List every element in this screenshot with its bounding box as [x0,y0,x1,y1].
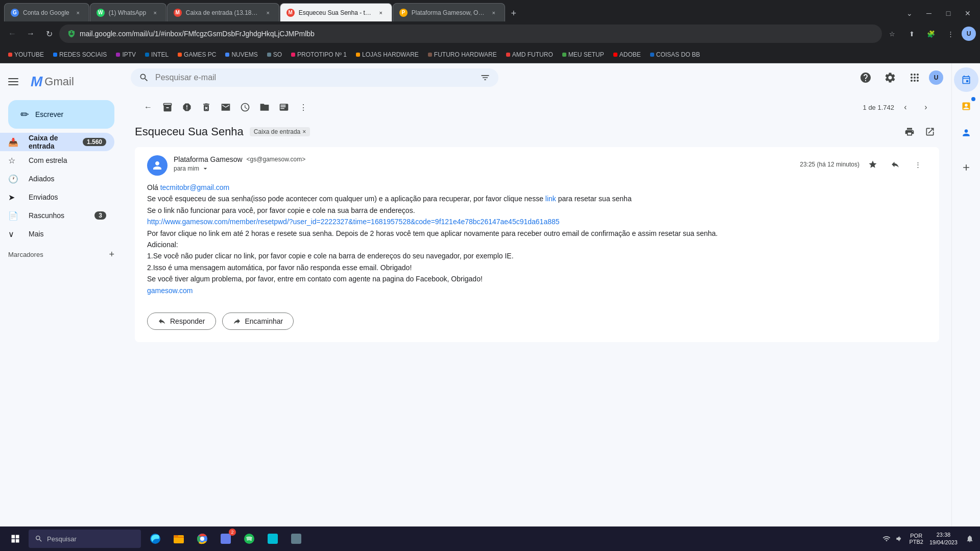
extensions-button[interactable]: 🧩 [923,26,939,42]
browser-menu-button[interactable]: ⋮ [942,26,959,42]
next-email-button[interactable]: › [917,98,935,116]
tab-close-whatsapp[interactable]: × [151,8,160,17]
back-to-inbox-button[interactable]: ← [139,98,157,116]
taskbar-edge-icon[interactable] [145,529,165,549]
sidebar-menu-toggle[interactable] [4,74,22,89]
open-in-new-window-button[interactable] [921,123,939,141]
taskbar-app4-icon[interactable]: 2 [216,529,236,549]
tab-label-inbox: Caixa de entrada (13.187) - math... [186,9,259,16]
tab-forgot-password[interactable]: M Esqueceu Sua Senha - tecmitobr... × [280,3,392,21]
email-link-to[interactable]: tecmitobr@gmail.com [160,183,230,191]
sidebar-item-snoozed[interactable]: 🕐 Adiados [0,170,114,188]
taskbar-spotify-icon[interactable] [239,529,259,549]
snooze-button[interactable] [236,98,254,116]
taskbar-app6-icon[interactable] [262,529,283,549]
archive-button[interactable] [158,98,177,116]
bookmark-youtube[interactable]: YOUTUBE [4,49,48,60]
taskbar-chrome-icon[interactable] [192,529,212,549]
tab-search-button[interactable]: ⌄ [901,5,918,21]
move-to-button[interactable] [255,98,274,116]
close-button[interactable]: ✕ [960,5,976,21]
tab-close-inbox[interactable]: × [264,8,273,17]
label-button[interactable] [275,98,293,116]
bookmark-nuvems[interactable]: NUVEMS [221,49,261,60]
reload-button[interactable]: ↻ [41,26,57,42]
bookmark-meusetup[interactable]: MEU SETUP [558,49,608,60]
taskbar-notification-button[interactable] [964,533,976,545]
reply-email-button[interactable] [886,155,904,174]
reply-button[interactable]: Responder [147,313,216,330]
print-button[interactable] [900,123,919,141]
bookmark-adobe[interactable]: ADOBE [609,49,645,60]
more-email-options-button[interactable]: ⋮ [909,155,927,174]
tab-close-forgot[interactable]: × [376,8,386,17]
compose-button[interactable]: ✏ Escrever [8,100,114,129]
taskbar-lang-code: POR [909,533,923,539]
bookmark-coisasbb[interactable]: COISAS DO BB [646,49,704,60]
bookmark-intel[interactable]: INTEL [141,49,173,60]
profile-avatar[interactable]: U [962,27,976,41]
taskbar-time: 23:38 [929,531,958,539]
forward-button[interactable]: → [22,26,39,42]
mark-unread-button[interactable] [217,98,235,116]
bookmark-lojas[interactable]: LOJAS HARDWARE [352,49,423,60]
bookmark-iptv[interactable]: IPTV [112,49,140,60]
inbox-tag[interactable]: Caixa de entrada × [250,127,310,136]
help-button[interactable] [855,67,876,88]
tab-close-gamesow[interactable]: × [489,8,498,17]
right-sidebar-calendar-button[interactable] [954,67,978,92]
star-email-button[interactable] [864,155,882,174]
tab-close-google[interactable]: × [74,8,83,17]
bookmark-amd[interactable]: AMD FUTURO [502,49,557,60]
taskbar-explorer-icon[interactable] [169,529,189,549]
sidebar-item-drafts[interactable]: 📄 Rascunhos 3 [0,206,114,225]
settings-button[interactable] [880,67,900,88]
share-button[interactable]: ⬆ [903,26,920,42]
bookmark-redes[interactable]: REDES SOCIAIS [49,49,111,60]
reset-link[interactable]: link [545,195,556,203]
gmail-search-container[interactable] [131,68,498,87]
gamesow-site-link[interactable]: gamesow.com [147,286,193,295]
gmail-profile-avatar[interactable]: U [929,70,943,85]
expand-to-icon[interactable] [201,164,209,173]
restore-button[interactable]: □ [940,5,957,21]
delete-button[interactable] [197,98,216,116]
search-input[interactable] [155,73,474,82]
sidebar-item-inbox[interactable]: 📥 Caixa de entrada 1.560 [0,133,114,151]
minimize-button[interactable]: ─ [921,5,937,21]
search-filter-icon[interactable] [480,73,490,83]
bookmark-prototipo[interactable]: PROTOTIPO Nº 1 [287,49,351,60]
bookmark-so[interactable]: SO [263,49,286,60]
tab-inbox[interactable]: M Caixa de entrada (13.187) - math... × [167,3,279,21]
reset-url-link[interactable]: http://www.gamesow.com/member/resetpwd/?… [147,218,560,226]
tab-google-account[interactable]: G Conta do Google × [4,3,89,21]
taskbar: Pesquisar 2 POR PTB2 [0,526,980,551]
taskbar-app7-icon[interactable] [286,529,306,549]
tab-gamesow[interactable]: P Plataforma Gamesow, Os melh... × [393,3,505,21]
bookmark-star-button[interactable]: ☆ [884,26,900,42]
right-sidebar-tasks-button[interactable] [954,94,978,118]
forward-button[interactable]: Encaminhar [222,313,294,330]
more-options-button[interactable]: ⋮ [294,98,313,116]
prev-email-button[interactable]: ‹ [896,98,915,116]
report-spam-button[interactable] [178,98,196,116]
sidebar-item-more[interactable]: ∨ Mais [0,225,114,243]
inbox-tag-close[interactable]: × [302,128,306,135]
bookmark-favicon-lojas [356,53,360,57]
taskbar-search-label: Pesquisar [47,535,77,543]
back-button[interactable]: ← [4,26,20,42]
sidebar-item-sent[interactable]: ➤ Enviados [0,188,114,206]
tab-whatsapp[interactable]: W (1) WhatsApp × [90,3,166,21]
bookmark-futuro[interactable]: FUTURO HARDWARE [424,49,501,60]
start-button[interactable] [4,528,27,550]
tab-bar: G Conta do Google × W (1) WhatsApp × M C… [0,0,980,21]
bookmark-games[interactable]: GAMES PC [174,49,220,60]
right-sidebar-add-button[interactable] [954,155,978,180]
sidebar-item-starred[interactable]: ☆ Com estrela [0,151,114,170]
taskbar-search-container[interactable]: Pesquisar [29,530,141,548]
right-sidebar-keep-button[interactable] [954,121,978,145]
apps-button[interactable] [904,67,925,88]
add-label-button[interactable]: + [109,249,114,260]
address-bar[interactable]: mail.google.com/mail/u/1/#inbox/FMfcgzGs… [59,25,882,43]
new-tab-button[interactable]: + [506,5,522,21]
